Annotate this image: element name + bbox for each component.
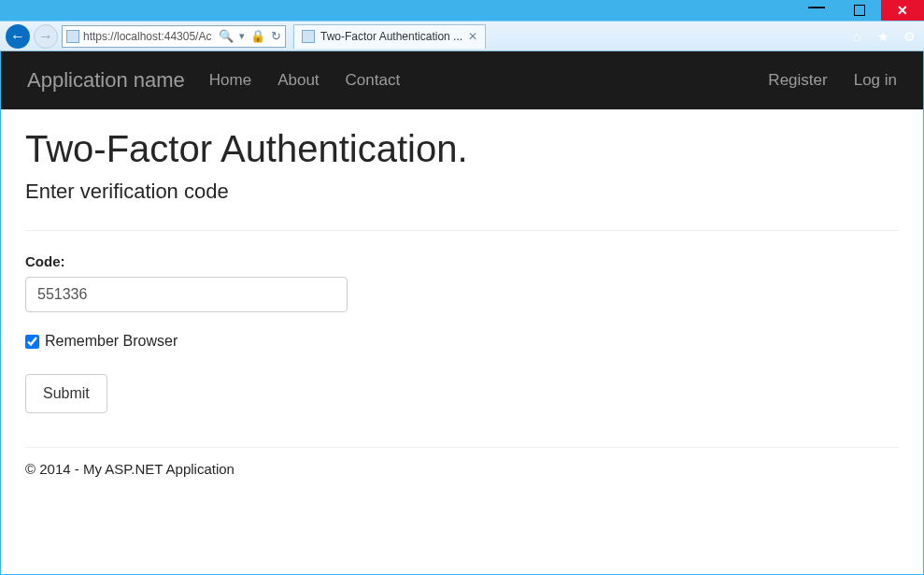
site-navbar: Application name Home About Contact Regi… — [1, 51, 923, 109]
nav-about[interactable]: About — [277, 71, 319, 90]
address-bar[interactable]: https://localhost:44305/Ac 🔍 ▾ 🔒 ↻ — [62, 25, 286, 48]
favorites-star-icon[interactable]: ★ — [875, 29, 890, 44]
nav-contact[interactable]: Contact — [346, 71, 401, 90]
browser-toolbar: ← → https://localhost:44305/Ac 🔍 ▾ 🔒 ↻ T… — [0, 21, 924, 51]
settings-gear-icon[interactable]: ⚙ — [902, 29, 917, 44]
page-icon — [302, 30, 315, 43]
brand-link[interactable]: Application name — [27, 68, 185, 93]
nav-login[interactable]: Log in — [854, 71, 897, 90]
window-minimize-button[interactable]: — — [795, 0, 838, 17]
search-icon[interactable]: 🔍 — [219, 29, 234, 43]
dropdown-icon[interactable]: ▾ — [239, 30, 245, 42]
divider — [25, 230, 899, 231]
refresh-icon[interactable]: ↻ — [271, 29, 281, 43]
remember-browser-checkbox[interactable] — [25, 335, 39, 349]
window-titlebar: — ✕ — [0, 0, 924, 21]
home-icon[interactable]: ⌂ — [849, 29, 864, 44]
arrow-left-icon: ← — [10, 28, 25, 45]
forward-button[interactable]: → — [34, 24, 58, 49]
remember-browser-label: Remember Browser — [45, 333, 178, 350]
nav-register[interactable]: Register — [768, 71, 827, 90]
browser-tab[interactable]: Two-Factor Authentication ... ✕ — [293, 24, 486, 49]
divider — [25, 447, 899, 448]
nav-home[interactable]: Home — [209, 71, 251, 90]
browser-right-icons: ⌂ ★ ⚙ — [849, 29, 917, 44]
lock-icon: 🔒 — [250, 29, 265, 43]
window-close-button[interactable]: ✕ — [881, 0, 924, 21]
url-text: https://localhost:44305/Ac — [83, 30, 211, 43]
footer-text: © 2014 - My ASP.NET Application — [25, 461, 899, 477]
page-subtitle: Enter verification code — [25, 180, 899, 204]
tab-title: Two-Factor Authentication ... — [320, 30, 462, 43]
back-button[interactable]: ← — [6, 24, 30, 49]
window-maximize-button[interactable] — [838, 0, 881, 21]
page-viewport: Application name Home About Contact Regi… — [0, 51, 924, 575]
close-tab-icon[interactable]: ✕ — [468, 30, 477, 43]
page-icon — [66, 30, 79, 43]
page-title: Two-Factor Authentication. — [25, 128, 899, 170]
page-body: Two-Factor Authentication. Enter verific… — [1, 109, 923, 494]
code-input[interactable] — [25, 277, 348, 312]
submit-button[interactable]: Submit — [25, 374, 107, 413]
arrow-right-icon: → — [38, 28, 53, 45]
code-label: Code: — [25, 253, 899, 269]
